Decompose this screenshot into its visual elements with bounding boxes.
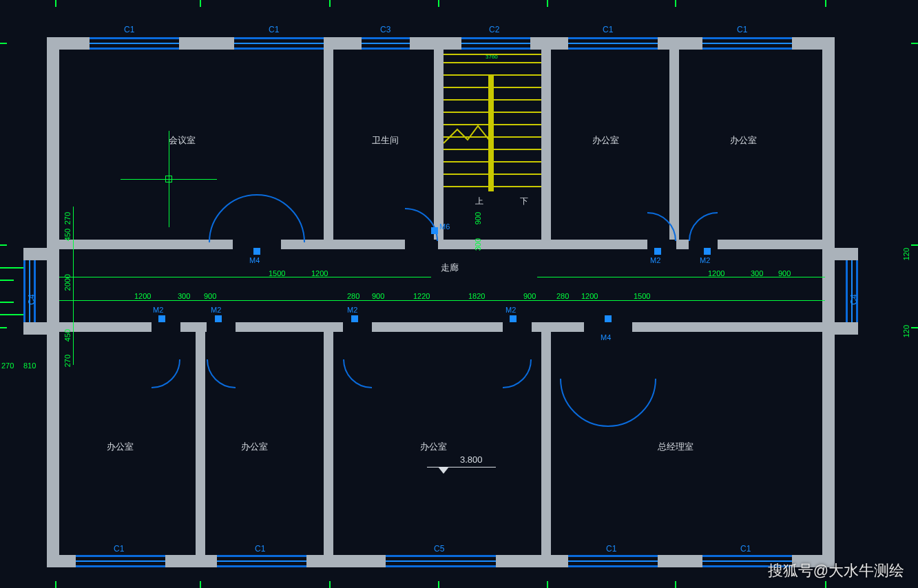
dim: 900 [523, 292, 536, 300]
window-c4 [846, 260, 858, 322]
door-leaf [510, 315, 517, 322]
window-c1 [568, 555, 658, 567]
door-opening [584, 322, 632, 332]
grid-line [55, 581, 56, 588]
dim: 1200 [134, 292, 151, 300]
grid-line [675, 581, 676, 588]
staircase [444, 54, 541, 191]
wall [196, 330, 205, 558]
dim-line [537, 277, 825, 277]
window-label: C2 [489, 25, 499, 34]
door-label: M2 [153, 306, 163, 314]
door-opening [207, 322, 236, 332]
grid-line [329, 581, 331, 588]
wall [23, 322, 59, 335]
grid-line [0, 244, 7, 246]
dim: 300 [178, 292, 190, 300]
door-opening [343, 322, 372, 332]
door-opening [405, 240, 438, 249]
window-label: C1 [114, 544, 124, 554]
wall [324, 330, 333, 558]
wall [541, 330, 551, 558]
window-label: C1 [255, 544, 265, 554]
room-label: 办公室 [730, 134, 757, 147]
window-c3 [362, 37, 410, 50]
dim: 120 [902, 248, 910, 260]
wall [541, 48, 551, 248]
watermark: 搜狐号@大水牛测绘 [768, 560, 904, 581]
door-leaf [215, 315, 222, 322]
door-label: M2 [211, 306, 221, 314]
dim: 1500 [634, 292, 650, 300]
grid-line [0, 43, 7, 44]
window-label: C3 [380, 25, 390, 34]
grid-line [55, 0, 56, 7]
grid-line [438, 0, 439, 7]
wall [822, 322, 858, 335]
wall [47, 37, 59, 567]
door-leaf [158, 315, 165, 322]
dim: 810 [23, 361, 36, 370]
dim: 120 [902, 325, 910, 337]
dim: 280 [347, 292, 359, 300]
window-c2 [461, 37, 530, 50]
door [207, 330, 264, 388]
wall [23, 248, 59, 260]
grid-line [547, 581, 548, 588]
window-c1 [90, 37, 179, 50]
elevation-value: 3.800 [460, 454, 483, 465]
door-label: M2 [700, 256, 710, 264]
dim: 270 [63, 355, 72, 367]
room-label: 走廊 [441, 262, 459, 274]
step-line [0, 302, 14, 303]
wall [822, 248, 858, 260]
window-c1 [217, 555, 306, 567]
door-label: M6 [439, 222, 450, 231]
grid-line [200, 581, 201, 588]
grid-line [825, 581, 826, 588]
door-leaf [704, 248, 711, 255]
door-label: M2 [347, 306, 357, 314]
dim: 3760 [486, 54, 498, 60]
dim: 300 [474, 238, 482, 251]
door-leaf [431, 227, 438, 234]
window-label: C1 [124, 25, 134, 34]
door-label: M4 [249, 256, 260, 264]
grid-line [438, 581, 439, 588]
elevation-mark [438, 467, 449, 474]
dim-line [59, 300, 825, 301]
dim: 280 [556, 292, 569, 300]
cad-drawing-canvas[interactable]: C1 C1 C3 C2 C1 C1 C1 C1 C5 C1 C1 C4 C4 M… [0, 0, 918, 588]
dim: 900 [204, 292, 216, 300]
window-c1 [568, 37, 658, 50]
door [343, 330, 401, 388]
door-opening [689, 240, 718, 249]
room-label: 办公室 [241, 441, 268, 453]
door-label: M4 [601, 333, 611, 342]
grid-line [547, 0, 548, 7]
stair-up-label: 上 [475, 196, 483, 207]
window-label: C1 [737, 25, 747, 34]
cursor-pickbox [165, 176, 172, 182]
dim-line [73, 207, 74, 365]
window-label: C1 [740, 544, 751, 554]
dim: 1820 [468, 292, 485, 300]
window-label: C4 [27, 294, 36, 304]
step-line [0, 280, 14, 281]
step-line [0, 314, 23, 315]
window-label: C1 [606, 544, 616, 554]
door-label: M2 [505, 306, 516, 314]
room-label: 办公室 [420, 441, 447, 453]
wall [822, 37, 835, 567]
grid-line [200, 0, 201, 7]
room-label: 总经理室 [658, 441, 693, 453]
window-label: C1 [603, 25, 613, 34]
dim: 1200 [581, 292, 598, 300]
window-label: C5 [434, 544, 444, 554]
elevation-line [427, 467, 496, 468]
door-leaf [654, 248, 661, 255]
door-opening [503, 322, 532, 332]
grid-line [911, 43, 918, 44]
room-label: 办公室 [592, 134, 619, 147]
wall [434, 48, 444, 248]
